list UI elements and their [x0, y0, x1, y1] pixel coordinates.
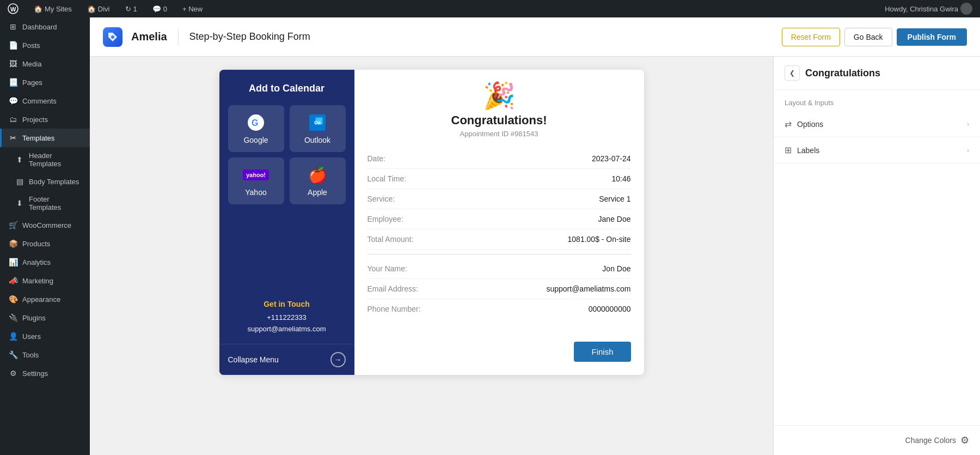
- labels-chevron-right-icon: ›: [967, 147, 969, 154]
- sidebar-item-pages[interactable]: 📃 Pages: [0, 73, 90, 92]
- svg-text:G: G: [252, 118, 258, 128]
- projects-icon: 🗂: [8, 114, 18, 124]
- detail-row-service: Service: Service 1: [367, 189, 631, 209]
- yahoo-cal-icon: yahoo!: [246, 165, 266, 185]
- sidebar-item-analytics[interactable]: 📊 Analytics: [0, 253, 90, 271]
- sidebar-item-dashboard[interactable]: ⊞ Dashboard: [0, 17, 90, 36]
- go-back-button[interactable]: Go Back: [844, 28, 892, 46]
- options-chevron-right-icon: ›: [967, 120, 969, 128]
- header-divider: [178, 28, 179, 46]
- wp-admin-bar: W 🏠 My Sites 🏠 Divi ↻ 1 💬 0 + New Howdy,…: [0, 0, 980, 17]
- plugins-icon: 🔌: [8, 313, 18, 323]
- detail-row-date: Date: 2023-07-24: [367, 149, 631, 169]
- collapse-menu-icon: →: [330, 352, 346, 367]
- sidebar-item-settings[interactable]: ⚙ Settings: [0, 364, 90, 383]
- reset-form-button[interactable]: Reset Form: [782, 28, 840, 46]
- calendar-options-grid: G Google: [228, 105, 346, 204]
- analytics-icon: 📊: [8, 257, 18, 267]
- marketing-icon: 📣: [8, 276, 18, 286]
- congrats-title: Congratulations!: [367, 113, 631, 128]
- sidebar-item-projects[interactable]: 🗂 Projects: [0, 110, 90, 129]
- calendar-option-google[interactable]: G Google: [228, 105, 284, 152]
- calendar-option-outlook[interactable]: Oa Outlook: [290, 105, 346, 152]
- main-wrap: Amelia Step-by-Step Booking Form Reset F…: [90, 17, 980, 455]
- users-icon: 👤: [8, 331, 18, 341]
- settings-section-title: Layout & Inputs: [774, 90, 980, 111]
- page-title: Step-by-Step Booking Form: [189, 31, 310, 43]
- get-in-touch-label: Get in Touch: [228, 298, 346, 310]
- outlook-cal-icon: Oa: [308, 113, 327, 132]
- sidebar-item-templates[interactable]: ✂ Templates: [0, 129, 90, 147]
- my-sites-item[interactable]: 🏠 My Sites: [30, 0, 75, 17]
- user-greeting[interactable]: Howdy, Christina Gwira: [881, 3, 976, 15]
- sidebar-item-posts[interactable]: 📄 Posts: [0, 36, 90, 54]
- form-container: Add to Calendar G Google: [219, 70, 644, 375]
- sidebar-item-products[interactable]: 📦 Products: [0, 234, 90, 253]
- collapse-menu-label: Collapse Menu: [228, 355, 279, 364]
- labels-icon: ⊞: [785, 145, 792, 155]
- detail-row-employee: Employee: Jane Doe: [367, 209, 631, 229]
- settings-option-options[interactable]: ⇄ Options ›: [774, 111, 980, 137]
- svg-text:Oa: Oa: [314, 120, 321, 125]
- settings-back-button[interactable]: ❮: [785, 65, 800, 81]
- detail-row-email: Email Address: support@ameliatms.com: [367, 279, 631, 299]
- dashboard-icon: ⊞: [8, 22, 18, 32]
- settings-gear-icon[interactable]: ⚙: [960, 434, 969, 446]
- sidebar-item-appearance[interactable]: 🎨 Appearance: [0, 290, 90, 308]
- page-header: Amelia Step-by-Step Booking Form Reset F…: [90, 17, 980, 57]
- contact-phone: +111222333: [228, 312, 346, 324]
- header-templates-icon: ⬆: [15, 155, 24, 165]
- sidebar-item-header-templates[interactable]: ⬆ Header Templates: [0, 147, 90, 172]
- posts-icon: 📄: [8, 40, 18, 50]
- back-chevron-icon: ❮: [789, 69, 795, 77]
- collapse-menu-bar[interactable]: Collapse Menu →: [219, 344, 354, 375]
- calendar-option-yahoo[interactable]: yahoo! Yahoo: [228, 157, 284, 204]
- sidebar-item-footer-templates[interactable]: ⬇ Footer Templates: [0, 191, 90, 216]
- sidebar: ⊞ Dashboard 📄 Posts 🖼 Media 📃 Pages 💬 Co…: [0, 17, 90, 455]
- publish-form-button[interactable]: Publish Form: [897, 28, 967, 46]
- finish-btn-row: Finish: [367, 333, 631, 362]
- new-item[interactable]: + New: [179, 0, 206, 17]
- pages-icon: 📃: [8, 77, 18, 87]
- calendar-option-apple[interactable]: 🍎 Apple: [290, 157, 346, 204]
- booking-details: Date: 2023-07-24 Local Time: 10:46 Servi…: [367, 149, 631, 333]
- sidebar-item-body-templates[interactable]: ▤ Body Templates: [0, 172, 90, 191]
- wp-logo-item[interactable]: W: [4, 0, 22, 17]
- sidebar-item-plugins[interactable]: 🔌 Plugins: [0, 308, 90, 327]
- sidebar-item-comments[interactable]: 💬 Comments: [0, 92, 90, 110]
- header-actions: Reset Form Go Back Publish Form: [782, 28, 967, 46]
- change-colors-label: Change Colors: [905, 436, 956, 445]
- detail-divider: [367, 254, 631, 254]
- revisions-icon: ↻: [125, 5, 131, 13]
- sidebar-item-woocommerce[interactable]: 🛒 WooCommerce: [0, 216, 90, 234]
- products-icon: 📦: [8, 239, 18, 248]
- tools-icon: 🔧: [8, 350, 18, 360]
- divi-item[interactable]: 🏠 Divi: [84, 0, 113, 17]
- finish-button[interactable]: Finish: [574, 342, 630, 362]
- comments-icon: 💬: [152, 5, 161, 13]
- option-options-left: ⇄ Options: [785, 119, 823, 129]
- sidebar-item-tools[interactable]: 🔧 Tools: [0, 345, 90, 364]
- form-sidebar: Add to Calendar G Google: [219, 70, 354, 375]
- templates-icon: ✂: [8, 133, 18, 143]
- apple-cal-icon: 🍎: [308, 165, 327, 185]
- settings-icon: ⚙: [8, 368, 18, 378]
- woocommerce-icon: 🛒: [8, 220, 18, 230]
- revisions-item[interactable]: ↻ 1: [122, 0, 140, 17]
- option-labels-left: ⊞ Labels: [785, 145, 819, 155]
- amelia-logo: [103, 27, 122, 47]
- comments-item[interactable]: 💬 0: [149, 0, 170, 17]
- house-icon: 🏠: [34, 5, 42, 13]
- google-cal-icon: G: [246, 113, 266, 132]
- sidebar-item-media[interactable]: 🖼 Media: [0, 54, 90, 73]
- settings-option-labels[interactable]: ⊞ Labels ›: [774, 137, 980, 163]
- options-icon: ⇄: [785, 119, 792, 129]
- settings-header: ❮ Congratulations: [774, 57, 980, 90]
- sidebar-item-users[interactable]: 👤 Users: [0, 327, 90, 345]
- appearance-icon: 🎨: [8, 294, 18, 304]
- settings-panel: ❮ Congratulations Layout & Inputs ⇄ Opti…: [773, 57, 980, 455]
- congrats-emoji: 🎉: [367, 83, 631, 109]
- add-to-calendar-title: Add to Calendar: [228, 83, 346, 94]
- settings-footer: Change Colors ⚙: [774, 425, 980, 455]
- sidebar-item-marketing[interactable]: 📣 Marketing: [0, 271, 90, 290]
